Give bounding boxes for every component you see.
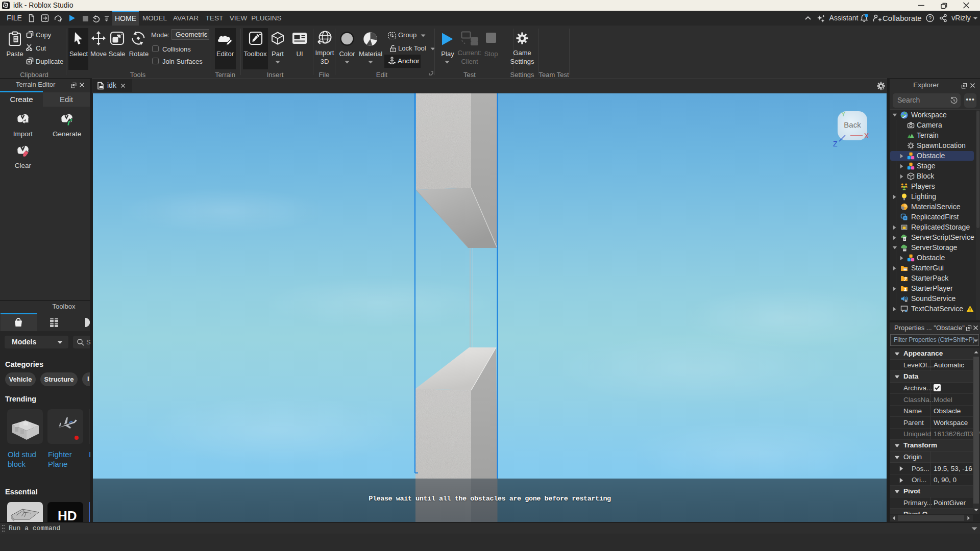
svg-text:Z: Z [833, 140, 838, 148]
svg-text:?: ? [928, 15, 932, 21]
svg-text:X: X [864, 132, 869, 140]
